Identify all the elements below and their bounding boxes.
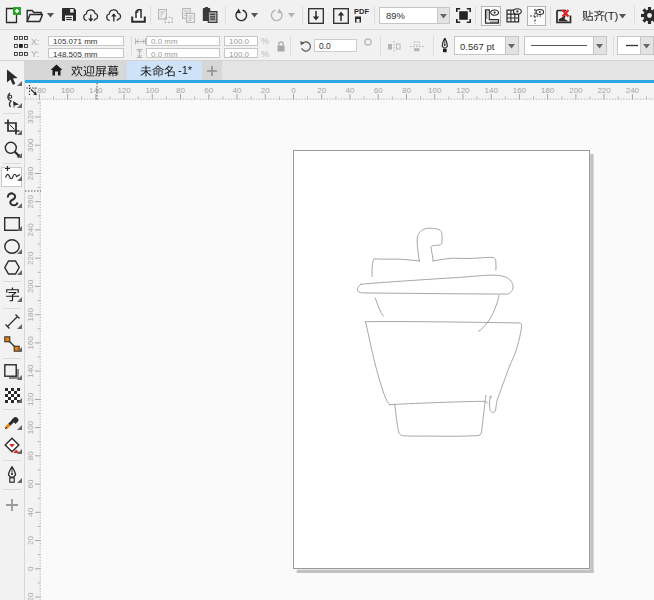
svg-text:300: 300 xyxy=(26,138,35,152)
svg-text:120: 120 xyxy=(26,392,35,406)
svg-text:240: 240 xyxy=(26,223,35,237)
svg-text:180: 180 xyxy=(541,86,555,95)
svg-text:40: 40 xyxy=(233,86,242,95)
svg-text:200: 200 xyxy=(569,86,583,95)
svg-text:PDF: PDF xyxy=(354,7,369,16)
svg-text:220: 220 xyxy=(597,86,611,95)
svg-text:120: 120 xyxy=(456,86,470,95)
svg-text:20: 20 xyxy=(26,592,35,600)
svg-text:100: 100 xyxy=(146,86,160,95)
svg-text:220: 220 xyxy=(26,251,35,265)
svg-text:320: 320 xyxy=(26,110,35,124)
svg-text:80: 80 xyxy=(176,86,185,95)
svg-text:60: 60 xyxy=(26,479,35,488)
svg-text:280: 280 xyxy=(26,166,35,180)
svg-text:0: 0 xyxy=(26,566,35,571)
svg-text:60: 60 xyxy=(204,86,213,95)
svg-text:60: 60 xyxy=(374,86,383,95)
svg-text:160: 160 xyxy=(61,86,75,95)
svg-text:20: 20 xyxy=(26,536,35,545)
svg-text:200: 200 xyxy=(26,279,35,293)
svg-text:80: 80 xyxy=(26,451,35,460)
svg-text:140: 140 xyxy=(89,86,103,95)
svg-text:20: 20 xyxy=(317,86,326,95)
svg-text:140: 140 xyxy=(485,86,499,95)
svg-text:140: 140 xyxy=(26,364,35,378)
svg-text:160: 160 xyxy=(513,86,527,95)
svg-text:240: 240 xyxy=(626,86,640,95)
svg-text:80: 80 xyxy=(402,86,411,95)
svg-text:100: 100 xyxy=(428,86,442,95)
svg-text:260: 260 xyxy=(26,194,35,208)
svg-text:120: 120 xyxy=(117,86,131,95)
svg-text:40: 40 xyxy=(346,86,355,95)
svg-text:160: 160 xyxy=(26,336,35,350)
svg-text:180: 180 xyxy=(26,307,35,321)
svg-text:40: 40 xyxy=(26,507,35,516)
svg-text:100: 100 xyxy=(26,420,35,434)
svg-text:20: 20 xyxy=(261,86,270,95)
svg-text:0: 0 xyxy=(291,86,296,95)
